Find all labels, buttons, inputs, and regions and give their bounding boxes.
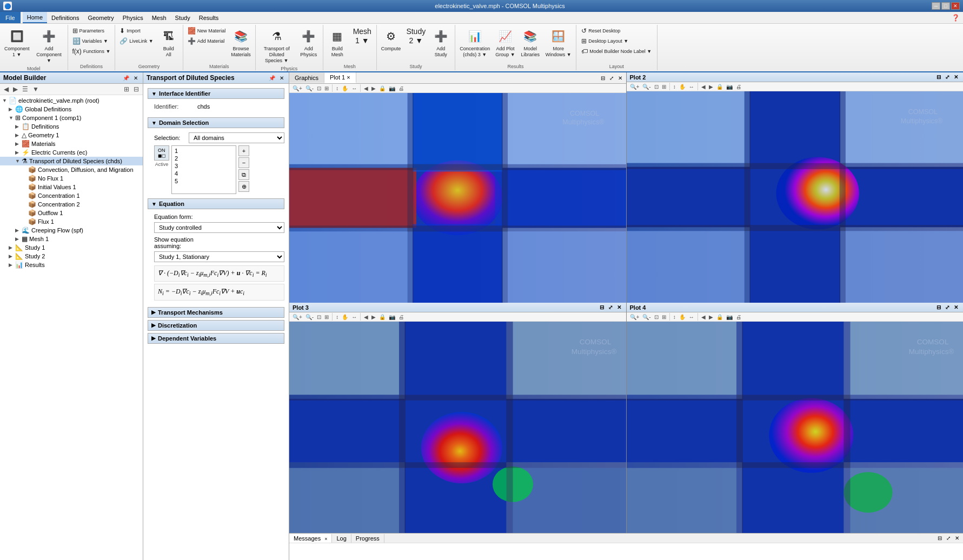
mb-back-btn[interactable]: ◀ [2,85,10,94]
log-tab[interactable]: Log [332,534,351,543]
help-btn[interactable]: ❓ [948,13,963,23]
functions-btn[interactable]: f(x) Functions ▼ [70,46,113,56]
p4-rotate[interactable]: ↕ [672,314,677,321]
build-all-btn[interactable]: 🏗 BuildAll [157,26,181,59]
p4-prev[interactable]: ◀ [700,314,707,321]
graphics-tab[interactable]: Graphics [289,73,324,83]
plot1-close-btn[interactable]: ✕ [616,75,624,82]
sp-pin-btn[interactable]: 📌 [267,75,277,82]
show-equation-dropdown[interactable]: Study 1, Stationary [154,251,284,262]
p2-box[interactable]: ⊞ [661,83,667,90]
p3-prev[interactable]: ◀ [363,314,369,321]
reset-desktop-btn[interactable]: ↺ Reset Desktop [579,26,654,36]
minimize-btn[interactable]: ─ [932,2,940,10]
messages-close-btn[interactable]: × [324,536,327,542]
print-btn[interactable]: 🖨 [397,85,405,92]
plot2-float-btn[interactable]: ⤢ [944,74,951,81]
p3-pan[interactable]: ✋ [341,314,349,321]
tree-toggle[interactable]: ▶ [15,141,22,146]
p4-lock[interactable]: 🔒 [715,314,724,321]
tree-flux1[interactable]: 📦 Flux 1 [0,217,143,226]
mb-forward-btn[interactable]: ▶ [11,85,19,94]
tree-geometry1[interactable]: ▶ △ Geometry 1 [0,131,143,139]
file-menu[interactable]: File [0,12,21,23]
plot2-close-btn[interactable]: ✕ [952,74,960,81]
selection-dropdown[interactable]: All domains [189,132,284,143]
msg-pin-btn[interactable]: ⊟ [936,535,944,542]
domain-toggle-btn[interactable]: ON◼◻ [154,145,169,161]
tree-toggle[interactable]: ▼ [9,115,15,121]
plot4-float-btn[interactable]: ⤢ [944,304,951,311]
rotate-btn[interactable]: ↕ [335,85,340,92]
p3-zoom-out[interactable]: 🔍- [304,314,315,321]
add-component-btn[interactable]: ➕ AddComponent ▼ [33,26,65,65]
messages-tab[interactable]: Messages × [289,534,332,543]
p2-prev[interactable]: ◀ [700,83,707,90]
next-btn[interactable]: ▶ [370,85,377,92]
add-material-btn[interactable]: ➕ Add Material [185,36,228,46]
mb-expand-btn[interactable]: ⊞ [122,85,131,94]
p2-zoom-x[interactable]: ↔ [688,83,695,90]
p2-next[interactable]: ▶ [708,83,714,90]
close-btn[interactable]: ✕ [951,2,960,10]
transport-mechanisms-header[interactable]: ▶ Transport Mechanisms [148,307,284,318]
plot1-canvas[interactable]: COMSOL Multiphysics® [289,93,626,303]
p3-box[interactable]: ⊞ [323,314,330,321]
more-windows-btn[interactable]: 🪟 MoreWindows ▼ [543,26,574,59]
tree-component1[interactable]: ▼ ⊞ Component 1 (comp1) [0,114,143,122]
component-btn[interactable]: 🔲 Component1 ▼ [2,26,32,59]
prev-btn[interactable]: ◀ [363,85,369,92]
zoom-in-btn[interactable]: 🔍+ [291,85,303,92]
add-plot-group-btn[interactable]: 📈 Add PlotGroup ▼ [493,26,517,59]
tree-toggle[interactable]: ▶ [9,106,15,112]
msg-close-btn[interactable]: ✕ [953,535,961,542]
add-study-btn[interactable]: ➕ AddStudy [429,26,453,59]
plot4-pin-btn[interactable]: ⊟ [935,304,942,311]
tree-creeping-flow[interactable]: ▶ 🌊 Creeping Flow (spf) [0,226,143,235]
zoom-extent-btn[interactable]: ⊡ [316,85,322,92]
p3-zoom-in[interactable]: 🔍+ [291,314,303,321]
zoom-box-btn[interactable]: ⊞ [323,85,330,92]
variables-btn[interactable]: 🔡 Variables ▼ [70,36,113,46]
tree-results[interactable]: ▶ 📊 Results [0,261,143,269]
tree-initial-values1[interactable]: 📦 Initial Values 1 [0,183,143,191]
p2-pan[interactable]: ✋ [678,83,687,90]
mesh-btn[interactable]: Mesh1 ▼ [350,26,374,48]
menu-mesh[interactable]: Mesh [148,12,171,23]
tree-toggle[interactable]: ▶ [15,236,22,242]
concentration-btn[interactable]: 📊 Concentration(chds) 3 ▼ [457,26,492,59]
sp-close-btn[interactable]: ✕ [278,75,285,82]
tree-toggle[interactable]: ▼ [15,158,22,164]
zoom-out-btn[interactable]: 🔍- [304,85,315,92]
equation-form-dropdown[interactable]: Study controlled [154,222,284,233]
dependent-variables-header[interactable]: ▶ Dependent Variables [148,333,284,344]
livelink-btn[interactable]: 🔗 LiveLink ▼ [117,36,155,46]
p2-rotate[interactable]: ↕ [672,83,677,90]
node-label-btn[interactable]: 🏷 Model Builder Node Label ▼ [579,46,654,56]
domain-selection-section[interactable]: ▼ Domain Selection [148,117,284,128]
p2-extent[interactable]: ⊡ [653,83,660,90]
desktop-layout-btn[interactable]: ⊞ Desktop Layout ▼ [579,36,654,46]
menu-physics[interactable]: Physics [118,12,148,23]
domain-item-1[interactable]: 1 [173,147,235,155]
p4-box[interactable]: ⊞ [661,314,667,321]
p4-next[interactable]: ▶ [708,314,714,321]
plot3-canvas[interactable]: COMSOL Multiphysics® [289,322,626,533]
interface-identifier-section[interactable]: ▼ Interface Identifier [148,88,284,99]
tree-definitions[interactable]: ▶ 📋 Definitions [0,122,143,131]
tree-study2[interactable]: ▶ 📐 Study 2 [0,252,143,261]
domain-item-5[interactable]: 5 [173,177,235,185]
p4-zoom-in[interactable]: 🔍+ [629,314,641,321]
tree-root[interactable]: ▼ 📄 electrokinetic_valve.mph (root) [0,96,143,105]
p4-pan[interactable]: ✋ [678,314,687,321]
parameters-btn[interactable]: ⊞ Parameters [70,26,113,36]
tree-outflow1[interactable]: 📦 Outflow 1 [0,209,143,217]
plot1-tab[interactable]: Plot 1 × [324,72,356,83]
p2-lock[interactable]: 🔒 [715,83,724,90]
maximize-btn[interactable]: □ [941,2,950,10]
discretization-header[interactable]: ▶ Discretization [148,320,284,331]
menu-geometry[interactable]: Geometry [83,12,118,23]
model-libraries-btn[interactable]: 📚 ModelLibraries [519,26,542,59]
domain-copy-btn[interactable]: ⧉ [238,169,249,180]
mb-close-btn[interactable]: ✕ [132,75,140,82]
